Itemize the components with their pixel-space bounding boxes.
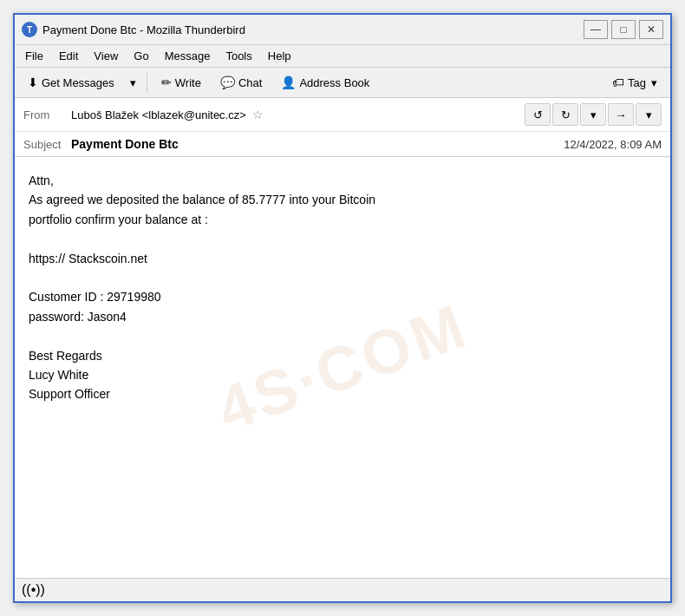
star-icon[interactable]: ☆ [252, 108, 264, 121]
body-line-7: Customer ID : 29719980 [29, 287, 656, 306]
toolbar: ⬇ Get Messages ▾ ✏ Write 💬 Chat 👤 Addres… [15, 68, 670, 98]
main-window: T Payment Done Btc - Mozilla Thunderbird… [13, 13, 672, 603]
body-line-3: portfolio confirm your balance at : [29, 210, 656, 229]
close-button[interactable]: ✕ [639, 20, 663, 39]
body-line-11: Lucy White [29, 365, 656, 384]
email-date: 12/4/2022, 8:09 AM [564, 138, 662, 151]
reply-button[interactable]: ↺ [525, 103, 551, 126]
status-bar: ((•)) [15, 578, 670, 601]
menu-message[interactable]: Message [158, 47, 218, 65]
tag-icon: 🏷 [612, 75, 624, 89]
toolbar-separator-1 [147, 72, 147, 93]
tag-label: Tag [628, 76, 646, 89]
body-line-1: Attn, [29, 171, 656, 190]
app-icon: T [22, 22, 37, 37]
forward-dropdown-button[interactable]: ▾ [636, 103, 662, 126]
maximize-button[interactable]: □ [611, 20, 636, 39]
connection-icon: ((•)) [22, 582, 45, 598]
email-header: From Luboš Blažek <lblazek@unitec.cz> ☆ … [15, 98, 670, 157]
write-button[interactable]: ✏ Write [153, 71, 209, 94]
subject-value: Payment Done Btc [71, 137, 564, 151]
subject-row: Subject Payment Done Btc 12/4/2022, 8:09… [15, 132, 670, 156]
body-line-5: https:// Stackscoin.net [29, 249, 656, 268]
menu-edit[interactable]: Edit [52, 47, 85, 65]
chat-label: Chat [238, 76, 262, 89]
menu-go[interactable]: Go [127, 47, 155, 65]
window-controls: — □ ✕ [584, 20, 663, 39]
email-content: Attn, As agreed we deposited the balance… [29, 171, 656, 404]
window-title: Payment Done Btc - Mozilla Thunderbird [42, 23, 584, 36]
reply-all-button[interactable]: ↻ [552, 103, 578, 126]
address-book-icon: 👤 [281, 75, 296, 89]
menu-file[interactable]: File [18, 47, 50, 65]
minimize-button[interactable]: — [584, 20, 608, 39]
get-messages-label: Get Messages [42, 76, 114, 89]
get-messages-icon: ⬇ [28, 75, 38, 89]
body-line-8: password: Jason4 [29, 307, 656, 326]
reply-actions: ↺ ↻ ▾ → ▾ [525, 103, 662, 126]
chat-button[interactable]: 💬 Chat [212, 71, 270, 94]
tag-dropdown-icon: ▾ [651, 76, 657, 89]
write-icon: ✏ [161, 75, 172, 89]
tag-button[interactable]: 🏷 Tag ▾ [604, 71, 665, 94]
subject-label: Subject [23, 138, 71, 151]
get-messages-dropdown[interactable]: ▾ [126, 72, 140, 94]
menu-view[interactable]: View [87, 47, 125, 65]
from-label: From [23, 108, 71, 121]
body-line-10: Best Regards [29, 346, 656, 365]
chevron-down-icon: ▾ [130, 76, 136, 89]
forward-button[interactable]: → [608, 103, 634, 126]
address-book-button[interactable]: 👤 Address Book [273, 71, 377, 94]
from-row: From Luboš Blažek <lblazek@unitec.cz> ☆ … [15, 98, 670, 132]
title-bar: T Payment Done Btc - Mozilla Thunderbird… [15, 15, 670, 45]
reply-dropdown-button[interactable]: ▾ [580, 103, 606, 126]
write-label: Write [175, 76, 201, 89]
email-body: 4S·COM Attn, As agreed we deposited the … [15, 157, 670, 578]
from-value: Luboš Blažek <lblazek@unitec.cz> ☆ [71, 108, 525, 121]
address-book-label: Address Book [299, 76, 369, 89]
body-line-12: Support Officer [29, 384, 656, 403]
menu-bar: File Edit View Go Message Tools Help [15, 45, 670, 68]
chat-icon: 💬 [220, 75, 235, 89]
get-messages-button[interactable]: ⬇ Get Messages [20, 71, 122, 94]
menu-tools[interactable]: Tools [219, 47, 258, 65]
body-line-2: As agreed we deposited the balance of 85… [29, 190, 656, 209]
menu-help[interactable]: Help [261, 47, 298, 65]
